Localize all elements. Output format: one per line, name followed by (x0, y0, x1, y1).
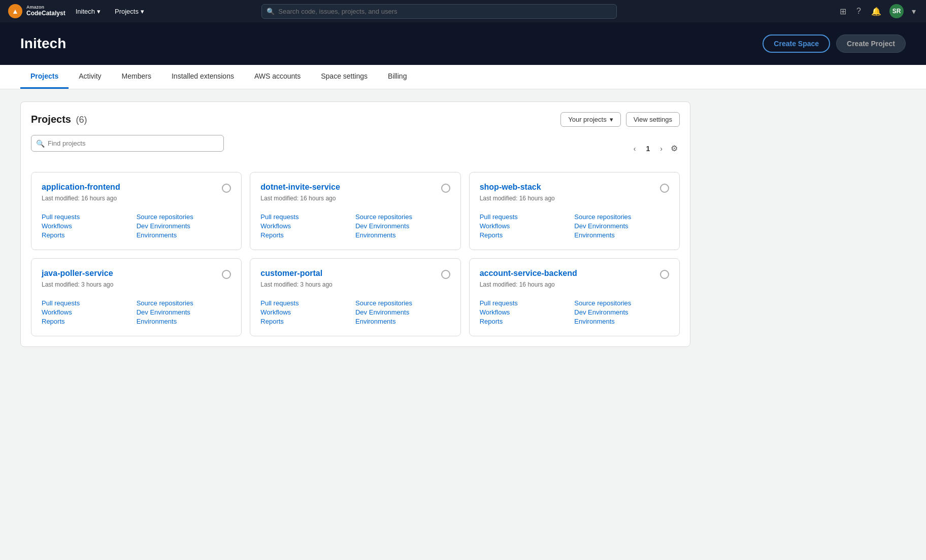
pull-requests-link[interactable]: Pull requests (480, 298, 518, 308)
project-select-radio[interactable] (222, 270, 231, 279)
workflows-link[interactable]: Workflows (480, 307, 510, 317)
project-name-link[interactable]: java-poller-service (42, 269, 113, 278)
tab-activity[interactable]: Activity (69, 65, 111, 89)
dev-environments-link[interactable]: Dev Environments (574, 221, 628, 231)
workflows-link[interactable]: Workflows (42, 307, 72, 317)
pull-requests-link[interactable]: Pull requests (260, 212, 299, 222)
main-content: Projects (6) Your projects ▾ View settin… (0, 89, 711, 359)
project-card-header: application-frontend (42, 183, 231, 193)
workflows-link[interactable]: Workflows (42, 221, 72, 231)
source-repositories-link[interactable]: Source repositories (137, 212, 193, 222)
space-selector[interactable]: Initech ▾ (72, 6, 105, 17)
view-settings-button[interactable]: View settings (626, 112, 680, 127)
source-repositories-link[interactable]: Source repositories (137, 298, 193, 308)
project-select-radio[interactable] (222, 184, 231, 193)
help-icon-button[interactable]: ? (854, 5, 863, 18)
dev-environments-link[interactable]: Dev Environments (137, 221, 190, 231)
your-projects-filter[interactable]: Your projects ▾ (560, 112, 620, 127)
nav-right-actions: ⊞ ? 🔔 SR ▾ (838, 4, 918, 18)
source-repositories-link[interactable]: Source repositories (574, 298, 631, 308)
global-search-input[interactable] (261, 4, 617, 19)
project-modified: Last modified: 16 hours ago (260, 195, 450, 202)
source-repositories-link[interactable]: Source repositories (355, 298, 412, 308)
reports-link[interactable]: Reports (260, 230, 284, 240)
user-avatar[interactable]: SR (889, 4, 904, 18)
workflows-link[interactable]: Workflows (260, 221, 291, 231)
dev-environments-link[interactable]: Dev Environments (574, 307, 628, 317)
projects-search: 🔍 (31, 135, 224, 152)
create-space-button[interactable]: Create Space (763, 34, 830, 53)
project-name-link[interactable]: dotnet-invite-service (260, 183, 340, 192)
projects-toolbar: 🔍 ‹ 1 › ⚙ (31, 135, 680, 162)
pull-requests-link[interactable]: Pull requests (42, 298, 80, 308)
project-modified: Last modified: 3 hours ago (42, 281, 231, 288)
pagination-current: 1 (642, 143, 654, 155)
avatar-chevron-icon[interactable]: ▾ (910, 5, 918, 18)
project-select-radio[interactable] (441, 270, 450, 279)
space-chevron-icon: ▾ (97, 8, 101, 15)
projects-panel: Projects (6) Your projects ▾ View settin… (20, 101, 690, 347)
reports-link[interactable]: Reports (480, 230, 503, 240)
workflows-link[interactable]: Workflows (260, 307, 291, 317)
notifications-icon-button[interactable]: 🔔 (869, 5, 883, 18)
pull-requests-link[interactable]: Pull requests (42, 212, 80, 222)
project-links: Pull requests Workflows Reports Source r… (480, 298, 669, 326)
tab-aws-accounts[interactable]: AWS accounts (244, 65, 311, 89)
tab-members[interactable]: Members (112, 65, 161, 89)
tab-space-settings[interactable]: Space settings (311, 65, 378, 89)
projects-search-input[interactable] (31, 135, 224, 152)
project-modified: Last modified: 16 hours ago (480, 195, 669, 202)
grid-icon-button[interactable]: ⊞ (838, 5, 848, 18)
reports-link[interactable]: Reports (480, 317, 503, 326)
project-name-link[interactable]: shop-web-stack (480, 183, 541, 192)
tab-billing[interactable]: Billing (378, 65, 417, 89)
reports-link[interactable]: Reports (42, 317, 65, 326)
projects-count: (6) (76, 115, 87, 125)
source-repositories-link[interactable]: Source repositories (574, 212, 631, 222)
project-card-java-poller-service[interactable]: java-poller-service Last modified: 3 hou… (31, 258, 242, 336)
projects-menu[interactable]: Projects ▾ (111, 6, 148, 17)
project-select-radio[interactable] (660, 184, 669, 193)
global-search: 🔍 (261, 4, 617, 19)
pull-requests-link[interactable]: Pull requests (260, 298, 299, 308)
create-project-button[interactable]: Create Project (836, 34, 906, 53)
dev-environments-link[interactable]: Dev Environments (355, 307, 409, 317)
project-name-link[interactable]: customer-portal (260, 269, 322, 278)
project-select-radio[interactable] (441, 184, 450, 193)
project-name-link[interactable]: account-service-backend (480, 269, 577, 278)
environments-link[interactable]: Environments (574, 317, 614, 326)
project-card-dotnet-invite-service[interactable]: dotnet-invite-service Last modified: 16 … (250, 172, 460, 250)
project-card-account-service-backend[interactable]: account-service-backend Last modified: 1… (469, 258, 680, 336)
tab-installed-extensions[interactable]: Installed extensions (161, 65, 244, 89)
project-card-header: account-service-backend (480, 269, 669, 279)
pagination: ‹ 1 › ⚙ (630, 142, 680, 155)
project-links: Pull requests Workflows Reports Source r… (42, 298, 231, 326)
environments-link[interactable]: Environments (355, 317, 395, 326)
avatar-text: SR (892, 8, 901, 15)
dev-environments-link[interactable]: Dev Environments (355, 221, 409, 231)
project-select-radio[interactable] (660, 270, 669, 279)
project-card-shop-web-stack[interactable]: shop-web-stack Last modified: 16 hours a… (469, 172, 680, 250)
environments-link[interactable]: Environments (574, 230, 614, 240)
pagination-settings-icon[interactable]: ⚙ (669, 142, 680, 155)
dev-environments-link[interactable]: Dev Environments (137, 307, 190, 317)
workflows-link[interactable]: Workflows (480, 221, 510, 231)
tab-projects[interactable]: Projects (20, 65, 69, 89)
project-card-header: java-poller-service (42, 269, 231, 279)
pagination-prev[interactable]: ‹ (630, 143, 640, 155)
environments-link[interactable]: Environments (137, 317, 177, 326)
project-links: Pull requests Workflows Reports Source r… (480, 212, 669, 239)
project-card-application-frontend[interactable]: application-frontend Last modified: 16 h… (31, 172, 242, 250)
project-name-link[interactable]: application-frontend (42, 183, 120, 192)
source-repositories-link[interactable]: Source repositories (355, 212, 412, 222)
project-modified: Last modified: 3 hours ago (260, 281, 450, 288)
environments-link[interactable]: Environments (355, 230, 395, 240)
reports-link[interactable]: Reports (42, 230, 65, 240)
pagination-next[interactable]: › (656, 143, 667, 155)
app-logo[interactable]: ▲ Amazon CodeCatalyst (8, 4, 65, 18)
reports-link[interactable]: Reports (260, 317, 284, 326)
project-card-customer-portal[interactable]: customer-portal Last modified: 3 hours a… (250, 258, 460, 336)
pull-requests-link[interactable]: Pull requests (480, 212, 518, 222)
environments-link[interactable]: Environments (137, 230, 177, 240)
space-header-actions: Create Space Create Project (763, 34, 906, 53)
